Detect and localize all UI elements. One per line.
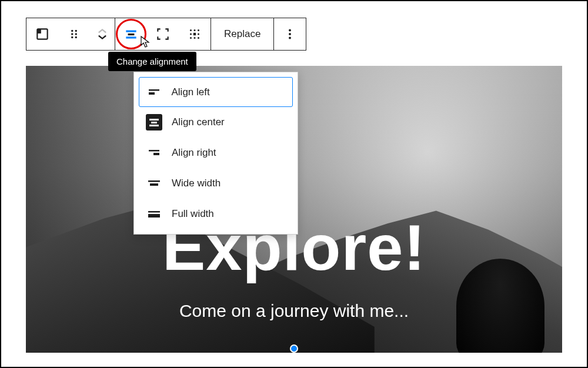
svg-point-5 xyxy=(75,33,77,35)
svg-point-14 xyxy=(190,33,192,35)
svg-point-11 xyxy=(190,29,192,31)
hero-subtitle[interactable]: Come on a journey with me... xyxy=(26,301,562,321)
menu-item-label: Wide width xyxy=(172,178,220,189)
svg-rect-24 xyxy=(149,92,155,95)
svg-rect-10 xyxy=(126,36,136,38)
full-width-option[interactable]: Full width xyxy=(139,199,293,229)
svg-point-17 xyxy=(190,37,192,39)
menu-item-label: Align center xyxy=(172,116,225,128)
svg-rect-32 xyxy=(148,211,160,213)
resize-handle-bottom[interactable] xyxy=(290,344,298,353)
svg-rect-23 xyxy=(149,89,159,91)
align-right-option[interactable]: Align right xyxy=(139,138,293,168)
svg-rect-29 xyxy=(153,153,159,155)
tooltip: Change alignment xyxy=(108,52,196,71)
fullscreen-icon xyxy=(155,26,171,42)
menu-item-label: Align right xyxy=(172,147,216,159)
svg-point-18 xyxy=(193,37,195,39)
mouse-cursor-icon xyxy=(140,35,152,49)
svg-rect-27 xyxy=(149,125,159,126)
svg-rect-28 xyxy=(149,150,159,152)
svg-rect-30 xyxy=(148,180,160,182)
align-center-option[interactable]: Align center xyxy=(139,107,293,138)
svg-point-4 xyxy=(71,33,73,35)
svg-rect-1 xyxy=(37,29,41,34)
svg-rect-15 xyxy=(193,33,196,35)
svg-point-2 xyxy=(71,30,73,32)
wide-width-option[interactable]: Wide width xyxy=(139,168,293,199)
align-right-icon xyxy=(146,145,162,161)
svg-point-7 xyxy=(75,36,77,38)
svg-rect-25 xyxy=(149,119,159,121)
align-center-icon xyxy=(123,26,139,42)
content-position-button[interactable] xyxy=(179,18,211,50)
svg-point-12 xyxy=(193,29,195,31)
more-vertical-icon xyxy=(282,26,298,42)
more-options-button[interactable] xyxy=(274,18,306,50)
drag-icon xyxy=(66,26,82,42)
align-center-icon xyxy=(146,114,162,131)
svg-rect-8 xyxy=(126,31,136,32)
align-left-icon xyxy=(146,84,162,101)
svg-point-22 xyxy=(289,37,291,39)
full-height-button[interactable] xyxy=(147,18,179,50)
svg-point-3 xyxy=(75,30,77,32)
svg-point-20 xyxy=(289,29,291,32)
replace-button[interactable]: Replace xyxy=(211,18,273,50)
svg-point-21 xyxy=(289,33,291,35)
svg-point-19 xyxy=(198,37,199,39)
menu-item-label: Align left xyxy=(172,86,210,98)
block-toolbar: Replace xyxy=(26,18,306,51)
move-up-down-button[interactable] xyxy=(90,18,115,50)
svg-rect-26 xyxy=(151,122,157,123)
cover-block-icon xyxy=(35,26,50,42)
alignment-dropdown: Align left Align center Align right xyxy=(133,72,298,235)
chevron-up-down-icon xyxy=(95,26,110,42)
svg-point-6 xyxy=(71,36,73,38)
drag-handle[interactable] xyxy=(58,18,90,50)
svg-rect-31 xyxy=(150,183,158,186)
block-type-button[interactable] xyxy=(26,18,58,50)
svg-rect-9 xyxy=(128,34,135,35)
svg-rect-33 xyxy=(148,214,160,218)
menu-item-label: Full width xyxy=(172,208,214,220)
svg-point-13 xyxy=(198,29,199,31)
full-width-icon xyxy=(146,206,162,222)
wide-width-icon xyxy=(146,175,162,192)
grid-position-icon xyxy=(187,26,202,42)
svg-point-16 xyxy=(198,33,199,35)
align-left-option[interactable]: Align left xyxy=(139,77,293,107)
